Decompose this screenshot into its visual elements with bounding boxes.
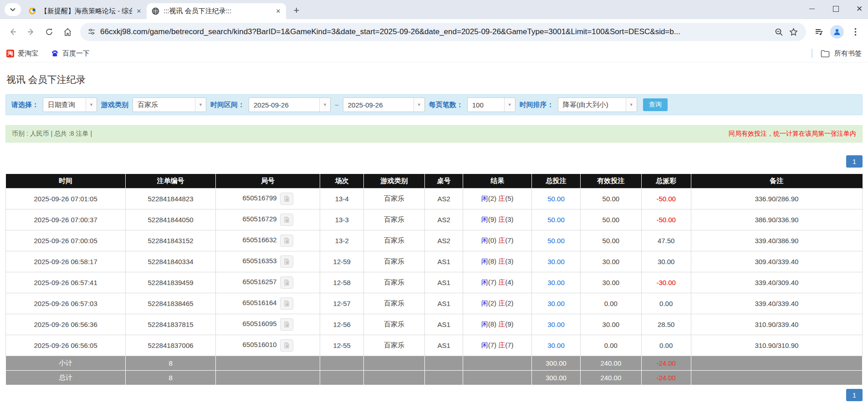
home-button[interactable]	[58, 23, 77, 41]
profile-button[interactable]	[828, 23, 846, 41]
banker-result: 庄	[498, 299, 505, 307]
tab-forum[interactable]: 【新提醒】海燕策略论坛 - 综合 ✕	[24, 3, 147, 19]
tab-title: 【新提醒】海燕策略论坛 - 综合	[41, 7, 132, 15]
query-type-select[interactable]: 日期查询 ▼	[43, 97, 97, 112]
bookmark-baidu[interactable]: 百度一下	[51, 49, 90, 58]
date-end-select[interactable]: 2025-09-26 ▼	[343, 97, 425, 112]
cell-time: 2025-09-26 07:00:05	[6, 230, 126, 251]
bookmark-label: 百度一下	[62, 49, 90, 58]
summary-total-bet: 300.00	[531, 371, 580, 385]
cell-table-number: AS1	[424, 314, 463, 335]
bookmarks-bar: 淘 爱淘宝 百度一下 所有书签	[0, 45, 868, 62]
bet-amount-link[interactable]: 50.00	[547, 195, 565, 203]
window-controls: ✕	[808, 0, 863, 17]
cell-total-bet: 30.00	[531, 251, 580, 272]
video-replay-button[interactable]	[280, 276, 293, 289]
forum-favicon-icon	[28, 7, 36, 15]
cell-session: 13-3	[320, 209, 364, 230]
player-score: (8)	[488, 257, 499, 265]
star-icon	[789, 28, 798, 36]
new-tab-button[interactable]: +	[290, 4, 303, 17]
bookmarks-separator	[812, 49, 812, 58]
bet-amount-link[interactable]: 50.00	[547, 237, 565, 245]
minimize-button[interactable]	[808, 5, 816, 13]
bet-amount-link[interactable]: 30.00	[547, 342, 565, 349]
cell-valid-bet: 30.00	[581, 251, 642, 272]
all-bookmarks[interactable]: 所有书签	[812, 49, 862, 58]
tab-bet-records[interactable]: :::视讯 会员下注纪录::: ✕	[147, 3, 286, 19]
tab-search-button[interactable]	[5, 3, 21, 16]
video-replay-button[interactable]	[280, 214, 293, 226]
game-type-select[interactable]: 百家乐 ▼	[133, 97, 206, 112]
banker-result: 庄	[498, 215, 505, 223]
address-bar[interactable]: 66cxkj98.com/game/betrecord_search/kind3…	[80, 23, 806, 41]
page-1-button[interactable]: 1	[846, 155, 863, 168]
table-row: 2025-09-26 07:00:05522841843152650516632…	[6, 230, 863, 251]
cell-result: 闲(9) 庄(3)	[463, 209, 531, 230]
cell-round: 650516632	[215, 230, 320, 251]
round-number: 650516353	[243, 257, 277, 265]
video-replay-button[interactable]	[280, 255, 293, 268]
tab-close-icon[interactable]: ✕	[135, 7, 143, 15]
summary-empty-cell	[320, 371, 364, 385]
cell-table-number: AS1	[424, 335, 463, 356]
round-number: 650516010	[243, 341, 277, 348]
cell-valid-bet: 30.00	[581, 314, 642, 335]
player-result: 闲	[481, 341, 488, 349]
page-content: 视讯 会员下注纪录 请选择： 日期查询 ▼ 游戏类别 百家乐 ▼ 时间区间： 2…	[0, 73, 868, 401]
video-file-icon	[283, 216, 290, 223]
bet-amount-link[interactable]: 30.00	[547, 279, 565, 286]
info-warning: 同局有效投注，统一计算在该局第一张注单内	[729, 130, 856, 138]
date-start-select[interactable]: 2025-09-26 ▼	[249, 97, 331, 112]
cell-game-type: 百家乐	[364, 272, 425, 293]
video-replay-button[interactable]	[280, 193, 293, 205]
cell-total-bet: 30.00	[531, 293, 580, 314]
maximize-button[interactable]	[832, 5, 840, 13]
bookmark-aitaobao[interactable]: 淘 爱淘宝	[6, 49, 38, 58]
media-controls-button[interactable]	[810, 23, 828, 41]
bet-amount-link[interactable]: 30.00	[547, 321, 565, 328]
cell-bet-id: 522841837815	[126, 314, 216, 335]
summary-empty-cell	[364, 371, 425, 385]
per-page-select[interactable]: 100 ▼	[467, 97, 516, 112]
reload-icon	[45, 27, 54, 36]
url-text[interactable]: 66cxkj98.com/game/betrecord_search/kind3…	[100, 27, 767, 36]
page-1-button[interactable]: 1	[846, 389, 863, 401]
sort-select[interactable]: 降幂(由大到小) ▼	[558, 97, 637, 112]
zoom-button[interactable]	[771, 25, 786, 39]
back-button[interactable]	[4, 23, 22, 41]
cell-game-type: 百家乐	[364, 293, 425, 314]
chevron-down-icon: ▼	[414, 98, 424, 112]
summary-payout: -24.00	[641, 371, 691, 385]
cell-payout: 0.00	[641, 293, 691, 314]
video-replay-button[interactable]	[280, 297, 293, 310]
reload-button[interactable]	[40, 23, 58, 41]
banker-result: 庄	[498, 320, 505, 328]
close-window-button[interactable]: ✕	[855, 5, 863, 13]
video-replay-button[interactable]	[280, 235, 293, 247]
video-file-icon	[283, 237, 290, 244]
site-settings-icon[interactable]	[87, 28, 96, 36]
cell-time: 2025-09-26 07:00:37	[6, 209, 126, 230]
summary-count: 8	[126, 371, 216, 385]
taobao-icon: 淘	[6, 50, 14, 57]
search-button[interactable]: 查询	[643, 98, 668, 111]
tab-close-icon[interactable]: ✕	[274, 7, 282, 15]
forward-button[interactable]	[22, 23, 40, 41]
bookmark-star-button[interactable]	[786, 25, 801, 39]
video-replay-button[interactable]	[280, 318, 293, 331]
globe-favicon-icon	[151, 7, 159, 15]
currency-summary: 币别 : 人民币 | 总共 :8 注单 |	[12, 130, 92, 138]
video-replay-button[interactable]	[280, 339, 293, 352]
cell-result: 闲(7) 庄(7)	[463, 335, 531, 356]
summary-empty-cell	[215, 356, 320, 371]
menu-button[interactable]	[846, 23, 864, 41]
summary-valid-bet: 240.00	[581, 356, 642, 371]
cell-time: 2025-09-26 06:57:41	[6, 272, 126, 293]
bet-amount-link[interactable]: 30.00	[547, 300, 565, 307]
cell-total-bet: 30.00	[531, 335, 580, 356]
bet-amount-link[interactable]: 50.00	[547, 216, 565, 224]
kebab-menu-icon	[854, 28, 857, 36]
baidu-paw-icon	[51, 50, 59, 57]
bet-amount-link[interactable]: 30.00	[547, 258, 565, 265]
